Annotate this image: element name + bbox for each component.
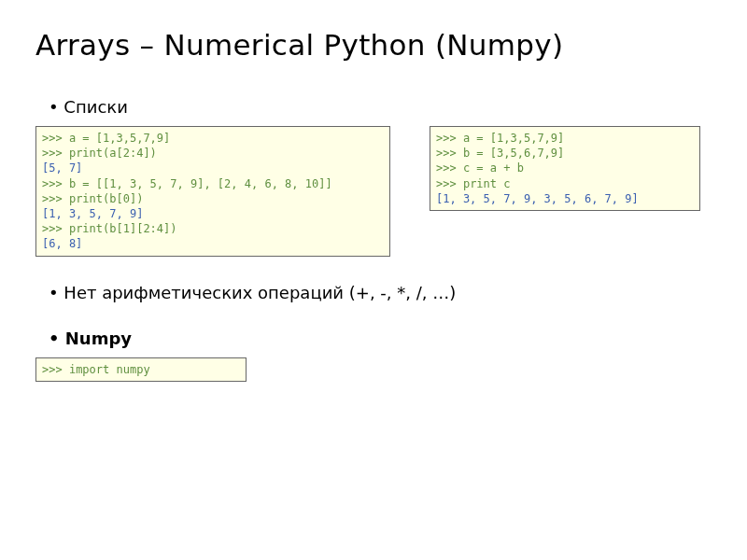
codebox-import: >>> import numpy	[35, 357, 247, 382]
codebox-list-indexing: >>> a = [1,3,5,7,9]>>> print(a[2:4])[5, …	[35, 126, 390, 257]
bullet-numpy: Numpy	[49, 329, 712, 348]
bullet-no-arithmetic: Нет арифметических операций (+, -, *, /,…	[49, 283, 712, 302]
code-row: >>> a = [1,3,5,7,9]>>> print(a[2:4])[5, …	[35, 126, 712, 257]
codebox-list-concat: >>> a = [1,3,5,7,9]>>> b = [3,5,6,7,9]>>…	[430, 126, 700, 211]
slide-title: Arrays – Numerical Python (Numpy)	[35, 28, 712, 62]
bullet-lists: Списки	[49, 97, 712, 117]
